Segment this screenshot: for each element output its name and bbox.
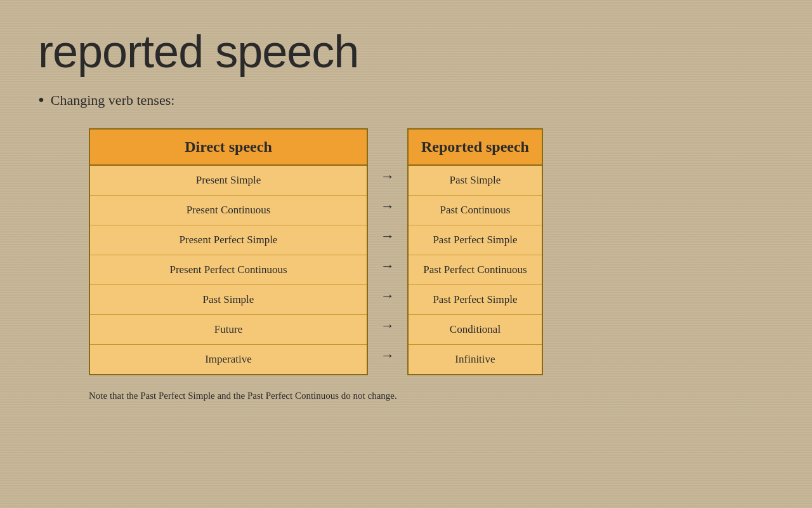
bullet-point: • <box>38 90 44 110</box>
reported-speech-cell-1: Past Simple <box>409 165 542 196</box>
direct-speech-cell-5: Past Simple <box>90 285 367 315</box>
reported-speech-row: Past Simple <box>409 165 542 196</box>
direct-speech-table: Direct speech Present SimplePresent Cont… <box>89 128 368 375</box>
reported-speech-table: Reported speech Past SimplePast Continuo… <box>407 128 543 375</box>
arrow-2: → <box>381 191 395 221</box>
main-title: reported speech <box>38 25 774 77</box>
arrow-5: → <box>381 281 395 311</box>
direct-speech-cell-4: Present Perfect Continuous <box>90 255 367 285</box>
direct-speech-cell-6: Future <box>90 315 367 345</box>
reported-speech-row: Past Perfect Simple <box>409 225 542 255</box>
subtitle: • Changing verb tenses: <box>38 90 774 110</box>
reported-speech-row: Conditional <box>409 315 542 345</box>
reported-speech-cell-6: Conditional <box>409 315 542 345</box>
reported-speech-row: Past Perfect Simple <box>409 285 542 315</box>
direct-speech-row: Present Continuous <box>90 196 367 225</box>
arrow-3: → <box>381 221 395 251</box>
reported-speech-row: Past Continuous <box>409 196 542 225</box>
reported-speech-header: Reported speech <box>409 130 542 165</box>
page-content: reported speech • Changing verb tenses: … <box>0 0 812 427</box>
direct-speech-row: Present Perfect Simple <box>90 225 367 255</box>
direct-speech-row: Present Perfect Continuous <box>90 255 367 285</box>
arrow-4: → <box>381 251 395 281</box>
arrow-7: → <box>381 340 395 370</box>
footnote: Note that the Past Perfect Simple and th… <box>89 391 774 401</box>
direct-speech-header: Direct speech <box>90 130 367 165</box>
direct-speech-cell-1: Present Simple <box>90 165 367 196</box>
direct-speech-row: Future <box>90 315 367 345</box>
reported-speech-cell-3: Past Perfect Simple <box>409 225 542 255</box>
direct-speech-row: Present Simple <box>90 165 367 196</box>
arrow-1: → <box>381 161 395 191</box>
direct-speech-cell-7: Imperative <box>90 345 367 375</box>
reported-speech-cell-4: Past Perfect Continuous <box>409 255 542 285</box>
tables-container: Direct speech Present SimplePresent Cont… <box>89 128 774 375</box>
direct-speech-cell-2: Present Continuous <box>90 196 367 225</box>
reported-speech-cell-7: Infinitive <box>409 345 542 375</box>
direct-speech-cell-3: Present Perfect Simple <box>90 225 367 255</box>
arrow-6: → <box>381 311 395 340</box>
direct-speech-row: Past Simple <box>90 285 367 315</box>
reported-speech-row: Infinitive <box>409 345 542 375</box>
arrow-column: → → → → → → → <box>368 128 407 370</box>
reported-speech-cell-2: Past Continuous <box>409 196 542 225</box>
direct-speech-row: Imperative <box>90 345 367 375</box>
reported-speech-row: Past Perfect Continuous <box>409 255 542 285</box>
reported-speech-cell-5: Past Perfect Simple <box>409 285 542 315</box>
subtitle-text: Changing verb tenses: <box>51 92 175 109</box>
